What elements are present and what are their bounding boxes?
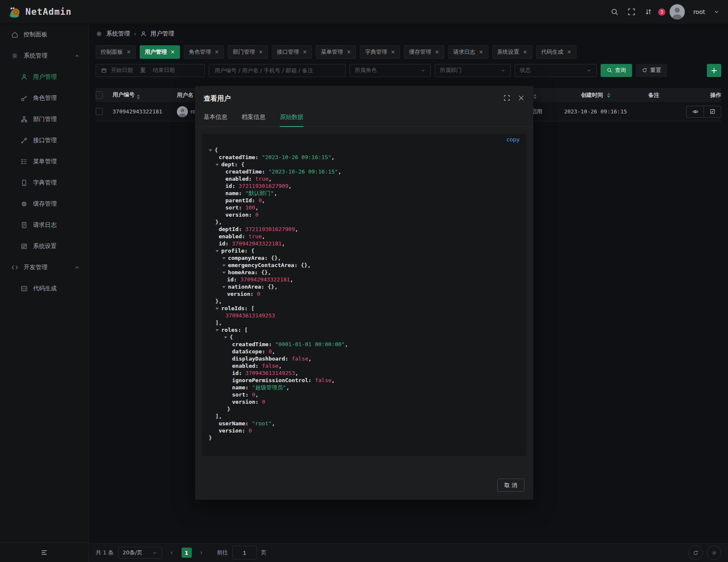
view-row-button[interactable] xyxy=(687,106,703,117)
query-button[interactable]: 查询 xyxy=(601,64,632,77)
sidebar-item-codegen[interactable]: 代码生成 xyxy=(0,278,88,299)
collapse-arrow-icon[interactable] xyxy=(222,272,226,274)
collapse-arrow-icon[interactable] xyxy=(215,250,219,252)
sidebar-item-menus[interactable]: 菜单管理 xyxy=(0,151,88,172)
sidebar-item-depts[interactable]: 部门管理 xyxy=(0,109,88,130)
close-tab-icon[interactable]: ✕ xyxy=(347,50,351,55)
close-tab-icon[interactable]: ✕ xyxy=(215,50,219,55)
tab-角色管理[interactable]: 角色管理✕ xyxy=(184,45,224,59)
gear-icon xyxy=(11,52,19,60)
refresh-button[interactable] xyxy=(688,545,703,560)
keyword-search-field xyxy=(209,64,346,77)
sidebar-item-system[interactable]: 系统管理 xyxy=(0,45,88,66)
goto-page-input[interactable] xyxy=(232,546,257,559)
close-tab-icon[interactable]: ✕ xyxy=(303,50,307,55)
date-separator: 至 xyxy=(140,66,146,74)
sidebar-item-logs[interactable]: 请求日志 xyxy=(0,215,88,236)
sidebar-item-dev[interactable]: 开发管理 xyxy=(0,257,88,278)
column-header-created[interactable]: 创建时间 xyxy=(557,91,634,99)
collapse-arrow-icon[interactable] xyxy=(224,336,227,339)
collapse-sidebar-icon[interactable] xyxy=(41,549,48,556)
close-tab-icon[interactable]: ✕ xyxy=(435,50,439,55)
page-size-select[interactable]: 20条/页 xyxy=(118,547,162,559)
fullscreen-icon[interactable] xyxy=(627,8,636,16)
tab-label: 请求日志 xyxy=(453,48,475,56)
avatar[interactable] xyxy=(670,4,685,19)
sidebar-item-settings[interactable]: 系统设置 xyxy=(0,236,88,257)
snail-logo-icon xyxy=(8,6,21,18)
edit-row-button[interactable] xyxy=(703,106,721,117)
json-line: roles: [ xyxy=(209,326,520,333)
page-number-button[interactable]: 1 xyxy=(182,548,192,558)
column-header-id[interactable]: 用户编号 xyxy=(113,91,177,99)
copy-json-link[interactable]: copy xyxy=(507,136,520,143)
date-range-picker[interactable]: 开始日期 至 结束日期 xyxy=(96,64,205,77)
row-checkbox[interactable] xyxy=(96,108,103,115)
user-menu[interactable]: root xyxy=(693,8,705,15)
tab-菜单管理[interactable]: 菜单管理✕ xyxy=(316,45,356,59)
reset-button[interactable]: 重置 xyxy=(636,64,667,77)
collapse-arrow-icon[interactable] xyxy=(215,308,219,310)
add-user-button[interactable]: + xyxy=(707,64,721,77)
modal-tab-基本信息[interactable]: 基本信息 xyxy=(204,113,227,127)
dept-select[interactable]: 所属部门 xyxy=(435,64,511,77)
tab-用户管理[interactable]: 用户管理✕ xyxy=(140,45,180,59)
close-tab-icon[interactable]: ✕ xyxy=(259,50,263,55)
select-all-checkbox[interactable] xyxy=(96,91,103,99)
log-icon xyxy=(20,221,28,229)
tab-label: 角色管理 xyxy=(189,48,211,56)
cancel-button[interactable]: 取 消 xyxy=(497,479,524,492)
tab-请求日志[interactable]: 请求日志✕ xyxy=(448,45,488,59)
modal-tab-档案信息[interactable]: 档案信息 xyxy=(242,113,265,127)
close-tab-icon[interactable]: ✕ xyxy=(523,50,527,55)
sort-icon[interactable] xyxy=(533,94,537,99)
collapse-arrow-icon[interactable] xyxy=(222,286,226,288)
close-tab-icon[interactable]: ✕ xyxy=(479,50,483,55)
sidebar-item-dicts[interactable]: 字典管理 xyxy=(0,172,88,193)
collapse-arrow-icon[interactable] xyxy=(222,264,226,267)
settings-button[interactable] xyxy=(707,545,721,560)
tab-部门管理[interactable]: 部门管理✕ xyxy=(228,45,268,59)
next-page-button[interactable]: › xyxy=(196,549,207,556)
sidebar-item-cache[interactable]: 缓存管理 xyxy=(0,193,88,215)
tab-缓存管理[interactable]: 缓存管理✕ xyxy=(404,45,444,59)
prev-page-button[interactable]: ‹ xyxy=(166,549,177,556)
view-user-modal: 查看用户 基本信息档案信息原始数据 copy {createdTime: "20… xyxy=(195,86,533,500)
collapse-arrow-icon[interactable] xyxy=(215,329,219,331)
tab-系统设置[interactable]: 系统设置✕ xyxy=(492,45,532,59)
sort-icon[interactable] xyxy=(607,93,610,98)
chevron-down-icon[interactable] xyxy=(714,9,720,15)
modal-title: 查看用户 xyxy=(204,94,231,103)
breadcrumb-item[interactable]: 系统管理 xyxy=(106,30,130,38)
sidebar-item-label: 代码生成 xyxy=(33,285,80,292)
breadcrumb-item[interactable]: 用户管理 xyxy=(151,30,174,38)
modal-close-icon[interactable] xyxy=(518,94,525,102)
keyword-search-input[interactable] xyxy=(214,67,341,74)
sidebar-item-roles[interactable]: 角色管理 xyxy=(0,88,88,109)
close-tab-icon[interactable]: ✕ xyxy=(127,50,131,55)
modal-tab-原始数据[interactable]: 原始数据 xyxy=(280,113,303,127)
swap-arrows-icon[interactable] xyxy=(644,8,653,16)
tab-控制面板[interactable]: 控制面板✕ xyxy=(96,45,136,59)
collapse-arrow-icon[interactable] xyxy=(209,149,212,152)
close-tab-icon[interactable]: ✕ xyxy=(391,50,395,55)
sidebar-item-users[interactable]: 用户管理 xyxy=(0,66,88,88)
tab-字典管理[interactable]: 字典管理✕ xyxy=(360,45,400,59)
status-select[interactable]: 状态 xyxy=(515,64,597,77)
codegen-icon xyxy=(20,285,28,292)
tab-代码生成[interactable]: 代码生成✕ xyxy=(536,45,576,59)
tab-接口管理[interactable]: 接口管理✕ xyxy=(272,45,312,59)
json-line: deptId: 372119301627909, xyxy=(209,226,520,233)
sort-icon[interactable] xyxy=(137,94,140,99)
close-tab-icon[interactable]: ✕ xyxy=(171,50,175,55)
cell-created-time: 2023-10-26 09:16:15 xyxy=(557,108,634,115)
close-tab-icon[interactable]: ✕ xyxy=(567,50,571,55)
sidebar-item-dashboard[interactable]: 控制面板 xyxy=(0,24,88,45)
modal-fullscreen-icon[interactable] xyxy=(503,94,510,102)
collapse-arrow-icon[interactable] xyxy=(222,257,226,259)
role-select[interactable]: 所属角色 xyxy=(350,64,431,77)
sidebar-item-apis[interactable]: 接口管理 xyxy=(0,130,88,151)
collapse-arrow-icon[interactable] xyxy=(215,164,219,166)
sidebar-item-label: 开发管理 xyxy=(24,264,69,271)
search-icon[interactable] xyxy=(610,8,619,16)
